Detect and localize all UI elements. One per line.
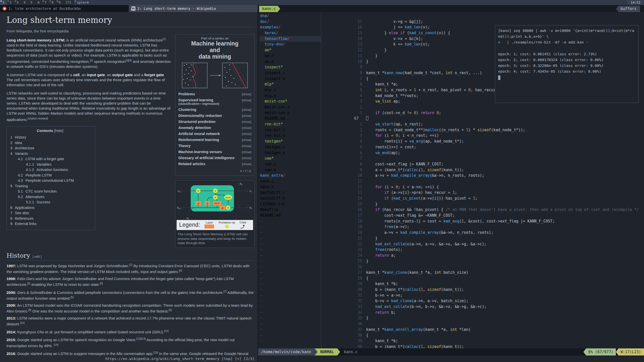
- lstm-figure[interactable]: × + × tanh × σ σ tanh σ ct-1 ht-1 xt: [175, 180, 255, 248]
- contents-link[interactable]: 9External links: [10, 221, 90, 227]
- contents-link[interactable]: 1History: [10, 135, 90, 140]
- file-tree-item[interactable]: ~: [260, 236, 321, 241]
- file-tree-item[interactable]: kann.c: [260, 178, 321, 184]
- file-tree-item[interactable]: doc/: [260, 19, 321, 25]
- browser-tab-duckduckgo[interactable]: 1: lstm architecture at DuckDuckGo: [0, 5, 129, 12]
- buffer-tab-kann-c[interactable]: kann.c: [259, 6, 278, 12]
- file-tree-item[interactable]: ~: [260, 218, 321, 224]
- contents-link[interactable]: 4.2Peephole LSTM: [10, 173, 90, 178]
- file-tree-item[interactable]: ~: [260, 315, 321, 321]
- file-tree-item[interactable]: mnist-cnn*: [260, 99, 321, 104]
- vte-links[interactable]: V • T • E: [178, 169, 251, 173]
- file-tree-item[interactable]: mlp*: [260, 81, 321, 87]
- file-tree-item[interactable]: inspect*: [260, 64, 321, 70]
- workspace-tag[interactable]: 9: [56, 0, 63, 5]
- file-tree-item[interactable]: textgen.c: [260, 144, 321, 150]
- contents-link[interactable]: 3Architecture: [10, 146, 90, 151]
- contents-link[interactable]: 8References: [10, 216, 90, 221]
- file-tree-item[interactable]: ~: [260, 270, 321, 276]
- file-tree-item[interactable]: LICENSE.txt: [260, 201, 321, 207]
- file-tree-item[interactable]: ~: [260, 321, 321, 327]
- show-link[interactable]: [show]: [242, 108, 251, 112]
- file-tree-item[interactable]: inspect.o: [260, 76, 321, 82]
- infobox-row-label[interactable]: Related articles: [178, 162, 240, 166]
- show-link[interactable]: [show]: [242, 150, 251, 154]
- file-tree-item[interactable]: vae.o: [260, 167, 321, 173]
- file-tree-item[interactable]: rnn-bit*: [260, 121, 321, 127]
- contents-link[interactable]: 5.2Alternatives: [10, 194, 90, 200]
- file-tree-item[interactable]: kann_extra/: [260, 173, 321, 178]
- file-tree-item[interactable]: ~: [260, 327, 321, 333]
- file-tree-item[interactable]: ~: [260, 333, 321, 338]
- workspace-tag[interactable]: 5: [28, 0, 35, 5]
- infobox-row-label[interactable]: Anomaly detection: [178, 126, 240, 130]
- file-tree-item[interactable]: kautodiff.h: [260, 196, 321, 201]
- workspace-tag[interactable]: 7: [42, 0, 49, 5]
- file-tree-item[interactable]: ~: [260, 293, 321, 298]
- infobox-row-label[interactable]: Dimensionality reduction: [178, 114, 240, 118]
- file-tree-item[interactable]: keras/: [260, 30, 321, 36]
- show-link[interactable]: [show]: [242, 98, 251, 102]
- show-link[interactable]: [show]: [242, 162, 251, 166]
- file-tree-item[interactable]: mlp.o: [260, 93, 321, 99]
- infobox-row-label[interactable]: Machine-learning venues: [178, 150, 240, 154]
- file-tree-item[interactable]: ~: [260, 304, 321, 310]
- edit-link[interactable]: [ edit ]: [33, 255, 42, 258]
- file-tree-item[interactable]: textgen.o: [260, 150, 321, 156]
- infobox-row-label[interactable]: Glossary of artificial intelligence: [178, 156, 240, 160]
- infobox-row-label[interactable]: Problems: [178, 92, 240, 96]
- file-tree-item[interactable]: kann.h: [260, 184, 321, 190]
- workspace-tag[interactable]: 8: [49, 0, 56, 5]
- show-link[interactable]: [show]: [242, 138, 251, 142]
- contents-link[interactable]: 4.3Peephole convolutional LSTM: [10, 178, 90, 184]
- show-link[interactable]: [show]: [242, 126, 251, 130]
- file-tree-item[interactable]: ~: [260, 230, 321, 236]
- contents-link[interactable]: 5Training: [10, 184, 90, 189]
- floating-terminal[interactable]: [kann] seq 30000 | awk -v m=10000 '{a=in…: [495, 25, 639, 103]
- file-tree-item[interactable]: README.md: [260, 213, 321, 218]
- file-tree-item[interactable]: textgen*: [260, 139, 321, 144]
- file-tree-item[interactable]: ~: [260, 241, 321, 247]
- workspace-tag[interactable]: 4: [21, 0, 28, 5]
- buffers-tab[interactable]: buffers: [619, 6, 640, 12]
- file-tree-item[interactable]: rnn-bit.c: [260, 127, 321, 133]
- contents-link[interactable]: 2Idea: [10, 140, 90, 146]
- vim-cmdline[interactable]: [258, 355, 644, 362]
- file-tree-item[interactable]: kautodiff.c: [260, 190, 321, 196]
- file-tree-item[interactable]: ~: [260, 298, 321, 304]
- hide-link[interactable]: [hide]: [54, 128, 63, 133]
- file-tree-item[interactable]: dna/: [260, 13, 321, 19]
- contents-link[interactable]: 6Applications: [10, 205, 90, 211]
- show-link[interactable]: [show]: [242, 144, 251, 148]
- infobox-row-label[interactable]: Supervised learning: [178, 98, 240, 102]
- contents-link[interactable]: 4Variants: [10, 151, 90, 157]
- file-tree-item[interactable]: vae.c: [260, 161, 321, 167]
- infobox-row-subnote[interactable]: (classification • regression): [178, 102, 251, 106]
- workspace-tag[interactable]: 6: [35, 0, 42, 5]
- file-tree-item[interactable]: ae.c: [260, 53, 321, 59]
- infobox-row-label[interactable]: Artificial neural network: [178, 132, 240, 136]
- infobox-row-label[interactable]: Reinforcement learning: [178, 138, 240, 142]
- file-tree-item[interactable]: ~: [260, 310, 321, 315]
- contents-link[interactable]: 4.1.1Variables: [10, 162, 90, 167]
- file-tree-item[interactable]: tensorflow/: [260, 36, 321, 42]
- file-tree-item[interactable]: ~: [260, 253, 321, 258]
- file-tree-item[interactable]: ~: [260, 338, 321, 344]
- file-tree-item[interactable]: ae.o: [260, 59, 321, 65]
- show-link[interactable]: [show]: [242, 156, 251, 160]
- wikipedia-page[interactable]: Long short-term memory From Wikipedia, t…: [0, 12, 258, 355]
- file-tree-item[interactable]: ~: [260, 264, 321, 270]
- file-tree-item[interactable]: mnist-cnn.c: [260, 104, 321, 110]
- file-tree-item[interactable]: mnist-cnn.o: [260, 110, 321, 116]
- contents-link[interactable]: 4.1.2Activation functions: [10, 167, 90, 173]
- code-pane[interactable]: 17 v->g = &g[j]; 16 j += kad_len(v); 15 …: [321, 12, 644, 348]
- file-tree[interactable]: dna/ doc/ examples/ keras/ tensorflow/ t…: [258, 12, 321, 348]
- file-tree-item[interactable]: ~: [260, 247, 321, 253]
- file-tree-item[interactable]: rnn-bit.o: [260, 133, 321, 139]
- file-tree-item[interactable]: tiny-dnn/: [260, 41, 321, 47]
- file-tree-item[interactable]: ae*: [260, 47, 321, 53]
- show-link[interactable]: [show]: [242, 120, 251, 124]
- infobox-row-label[interactable]: Clustering: [178, 108, 240, 112]
- workspace-tag[interactable]: 3: [14, 0, 21, 5]
- infobox-row-label[interactable]: Theory: [178, 144, 240, 148]
